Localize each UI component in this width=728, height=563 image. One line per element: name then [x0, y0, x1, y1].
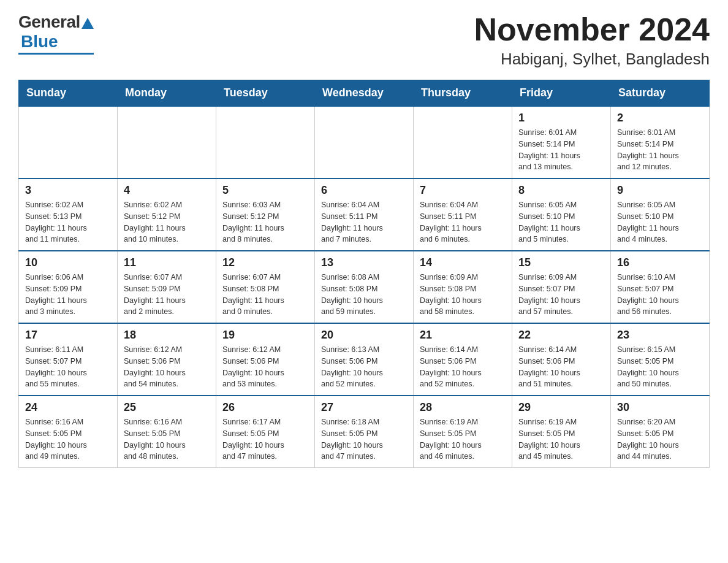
- day-info: Sunrise: 6:08 AM Sunset: 5:08 PM Dayligh…: [321, 272, 407, 318]
- day-number: 24: [25, 401, 111, 414]
- calendar-header-saturday: Saturday: [611, 80, 710, 107]
- logo-general-text: General: [18, 12, 80, 32]
- day-info: Sunrise: 6:11 AM Sunset: 5:07 PM Dayligh…: [25, 344, 111, 390]
- calendar-day-cell: [118, 106, 216, 178]
- day-info: Sunrise: 6:12 AM Sunset: 5:06 PM Dayligh…: [222, 344, 308, 390]
- calendar-day-cell: 9Sunrise: 6:05 AM Sunset: 5:10 PM Daylig…: [611, 178, 710, 251]
- calendar-week-row: 10Sunrise: 6:06 AM Sunset: 5:09 PM Dayli…: [19, 251, 710, 323]
- day-info: Sunrise: 6:19 AM Sunset: 5:05 PM Dayligh…: [518, 416, 604, 462]
- title-section: November 2024 Habiganj, Sylhet, Banglade…: [474, 12, 710, 69]
- day-info: Sunrise: 6:07 AM Sunset: 5:09 PM Dayligh…: [124, 272, 210, 318]
- day-info: Sunrise: 6:18 AM Sunset: 5:05 PM Dayligh…: [321, 416, 407, 462]
- day-info: Sunrise: 6:16 AM Sunset: 5:05 PM Dayligh…: [124, 416, 210, 462]
- day-info: Sunrise: 6:03 AM Sunset: 5:12 PM Dayligh…: [222, 199, 308, 245]
- calendar-day-cell: 17Sunrise: 6:11 AM Sunset: 5:07 PM Dayli…: [19, 323, 118, 396]
- day-number: 1: [518, 112, 604, 124]
- day-number: 3: [25, 184, 111, 197]
- day-number: 4: [124, 184, 210, 197]
- day-number: 8: [518, 184, 604, 197]
- day-info: Sunrise: 6:06 AM Sunset: 5:09 PM Dayligh…: [25, 272, 111, 318]
- day-info: Sunrise: 6:05 AM Sunset: 5:10 PM Dayligh…: [617, 199, 703, 245]
- day-number: 19: [222, 329, 308, 342]
- calendar-day-cell: 12Sunrise: 6:07 AM Sunset: 5:08 PM Dayli…: [216, 251, 315, 323]
- day-info: Sunrise: 6:13 AM Sunset: 5:06 PM Dayligh…: [321, 344, 407, 390]
- day-info: Sunrise: 6:19 AM Sunset: 5:05 PM Dayligh…: [420, 416, 506, 462]
- day-info: Sunrise: 6:09 AM Sunset: 5:07 PM Dayligh…: [518, 272, 604, 318]
- day-number: 12: [222, 256, 308, 269]
- calendar-day-cell: 26Sunrise: 6:17 AM Sunset: 5:05 PM Dayli…: [216, 396, 315, 468]
- day-number: 18: [124, 329, 210, 342]
- calendar-week-row: 1Sunrise: 6:01 AM Sunset: 5:14 PM Daylig…: [19, 106, 710, 178]
- calendar-day-cell: [315, 106, 414, 178]
- calendar-day-cell: 6Sunrise: 6:04 AM Sunset: 5:11 PM Daylig…: [315, 178, 414, 251]
- day-info: Sunrise: 6:04 AM Sunset: 5:11 PM Dayligh…: [420, 199, 506, 245]
- calendar-week-row: 3Sunrise: 6:02 AM Sunset: 5:13 PM Daylig…: [19, 178, 710, 251]
- calendar-day-cell: 11Sunrise: 6:07 AM Sunset: 5:09 PM Dayli…: [118, 251, 216, 323]
- calendar-day-cell: 21Sunrise: 6:14 AM Sunset: 5:06 PM Dayli…: [414, 323, 512, 396]
- day-info: Sunrise: 6:05 AM Sunset: 5:10 PM Dayligh…: [518, 199, 604, 245]
- day-number: 25: [124, 401, 210, 414]
- calendar-day-cell: 10Sunrise: 6:06 AM Sunset: 5:09 PM Dayli…: [19, 251, 118, 323]
- day-info: Sunrise: 6:01 AM Sunset: 5:14 PM Dayligh…: [518, 127, 604, 173]
- calendar-day-cell: 24Sunrise: 6:16 AM Sunset: 5:05 PM Dayli…: [19, 396, 118, 468]
- day-number: 22: [518, 329, 604, 342]
- day-number: 5: [222, 184, 308, 197]
- calendar-day-cell: 1Sunrise: 6:01 AM Sunset: 5:14 PM Daylig…: [512, 106, 611, 178]
- logo-triangle-icon: [82, 18, 94, 29]
- calendar-header-tuesday: Tuesday: [216, 80, 315, 107]
- page-subtitle: Habiganj, Sylhet, Bangladesh: [474, 50, 710, 69]
- calendar-day-cell: [414, 106, 512, 178]
- calendar-header-friday: Friday: [512, 80, 611, 107]
- day-info: Sunrise: 6:10 AM Sunset: 5:07 PM Dayligh…: [617, 272, 703, 318]
- day-number: 9: [617, 184, 703, 197]
- day-info: Sunrise: 6:14 AM Sunset: 5:06 PM Dayligh…: [518, 344, 604, 390]
- calendar-week-row: 17Sunrise: 6:11 AM Sunset: 5:07 PM Dayli…: [19, 323, 710, 396]
- day-number: 20: [321, 329, 407, 342]
- calendar-day-cell: [216, 106, 315, 178]
- day-number: 29: [518, 401, 604, 414]
- day-number: 2: [617, 112, 703, 124]
- day-info: Sunrise: 6:15 AM Sunset: 5:05 PM Dayligh…: [617, 344, 703, 390]
- calendar-day-cell: 16Sunrise: 6:10 AM Sunset: 5:07 PM Dayli…: [611, 251, 710, 323]
- calendar-table: SundayMondayTuesdayWednesdayThursdayFrid…: [18, 80, 710, 468]
- day-number: 11: [124, 256, 210, 269]
- day-number: 23: [617, 329, 703, 342]
- day-info: Sunrise: 6:16 AM Sunset: 5:05 PM Dayligh…: [25, 416, 111, 462]
- day-info: Sunrise: 6:07 AM Sunset: 5:08 PM Dayligh…: [222, 272, 308, 318]
- day-number: 13: [321, 256, 407, 269]
- calendar-day-cell: 18Sunrise: 6:12 AM Sunset: 5:06 PM Dayli…: [118, 323, 216, 396]
- day-info: Sunrise: 6:04 AM Sunset: 5:11 PM Dayligh…: [321, 199, 407, 245]
- calendar-day-cell: 25Sunrise: 6:16 AM Sunset: 5:05 PM Dayli…: [118, 396, 216, 468]
- calendar-day-cell: 29Sunrise: 6:19 AM Sunset: 5:05 PM Dayli…: [512, 396, 611, 468]
- calendar-day-cell: 2Sunrise: 6:01 AM Sunset: 5:14 PM Daylig…: [611, 106, 710, 178]
- day-number: 26: [222, 401, 308, 414]
- calendar-day-cell: 14Sunrise: 6:09 AM Sunset: 5:08 PM Dayli…: [414, 251, 512, 323]
- calendar-day-cell: 30Sunrise: 6:20 AM Sunset: 5:05 PM Dayli…: [611, 396, 710, 468]
- logo-underline: [18, 53, 94, 55]
- calendar-day-cell: 13Sunrise: 6:08 AM Sunset: 5:08 PM Dayli…: [315, 251, 414, 323]
- day-number: 30: [617, 401, 703, 414]
- day-number: 6: [321, 184, 407, 197]
- logo: General Blue: [18, 12, 94, 55]
- day-info: Sunrise: 6:02 AM Sunset: 5:12 PM Dayligh…: [124, 199, 210, 245]
- day-number: 14: [420, 256, 506, 269]
- day-number: 17: [25, 329, 111, 342]
- calendar-day-cell: 28Sunrise: 6:19 AM Sunset: 5:05 PM Dayli…: [414, 396, 512, 468]
- calendar-header-monday: Monday: [118, 80, 216, 107]
- day-info: Sunrise: 6:14 AM Sunset: 5:06 PM Dayligh…: [420, 344, 506, 390]
- calendar-header-sunday: Sunday: [19, 80, 118, 107]
- calendar-day-cell: 4Sunrise: 6:02 AM Sunset: 5:12 PM Daylig…: [118, 178, 216, 251]
- calendar-header-thursday: Thursday: [414, 80, 512, 107]
- calendar-day-cell: 8Sunrise: 6:05 AM Sunset: 5:10 PM Daylig…: [512, 178, 611, 251]
- day-number: 10: [25, 256, 111, 269]
- calendar-day-cell: 22Sunrise: 6:14 AM Sunset: 5:06 PM Dayli…: [512, 323, 611, 396]
- calendar-day-cell: 7Sunrise: 6:04 AM Sunset: 5:11 PM Daylig…: [414, 178, 512, 251]
- logo-blue-text: Blue: [21, 32, 58, 52]
- calendar-header-wednesday: Wednesday: [315, 80, 414, 107]
- day-info: Sunrise: 6:17 AM Sunset: 5:05 PM Dayligh…: [222, 416, 308, 462]
- day-number: 15: [518, 256, 604, 269]
- calendar-day-cell: 20Sunrise: 6:13 AM Sunset: 5:06 PM Dayli…: [315, 323, 414, 396]
- day-number: 16: [617, 256, 703, 269]
- day-info: Sunrise: 6:01 AM Sunset: 5:14 PM Dayligh…: [617, 127, 703, 173]
- calendar-day-cell: 27Sunrise: 6:18 AM Sunset: 5:05 PM Dayli…: [315, 396, 414, 468]
